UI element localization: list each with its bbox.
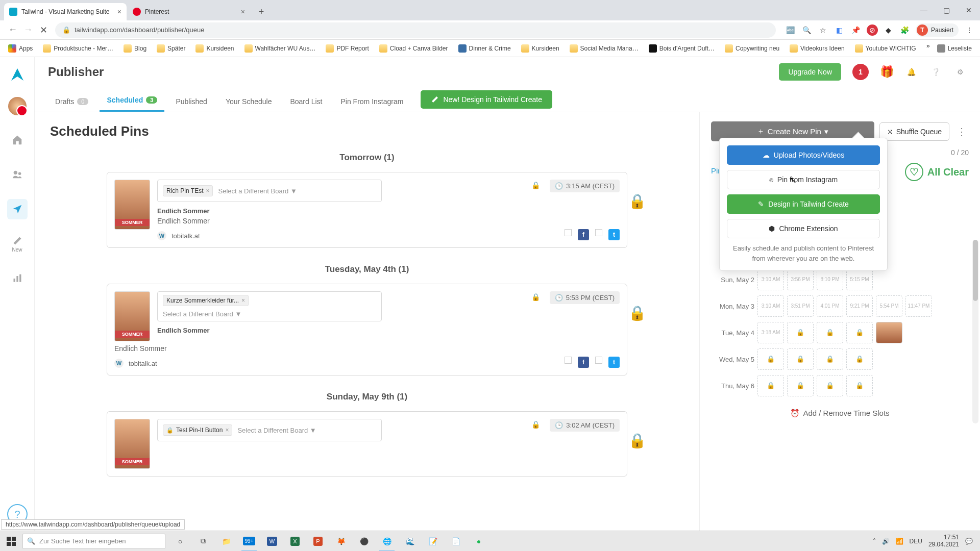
pin-thumbnail[interactable] — [114, 291, 150, 341]
excel-icon[interactable]: X — [284, 531, 306, 552]
word-icon[interactable]: W — [261, 531, 283, 552]
minimize-icon[interactable]: — — [913, 0, 935, 20]
board-chip[interactable]: Rich Pin TEst× — [163, 185, 213, 196]
close-icon[interactable]: × — [117, 8, 121, 16]
tab-pin-instagram[interactable]: Pin From Instagram — [334, 91, 411, 112]
time-slot-locked[interactable] — [817, 375, 843, 396]
board-chip[interactable]: Kurze Sommerkleider für...× — [163, 295, 249, 306]
time-slot[interactable]: 4:01 PM — [817, 295, 843, 317]
bookmark-item[interactable]: Cload + Canva Bilder — [376, 42, 451, 55]
app-icon[interactable]: 📄 — [445, 531, 467, 552]
facebook-icon[interactable]: f — [578, 229, 589, 240]
bookmark-item[interactable]: Blog — [120, 42, 150, 55]
time-slot[interactable]: 11:47 PM — [905, 295, 932, 317]
action-center-icon[interactable]: 💬 — [965, 538, 973, 545]
chrome-icon[interactable]: 🌐 — [376, 531, 398, 552]
file-explorer-icon[interactable]: 📁 — [215, 531, 237, 552]
forward-button[interactable]: → — [20, 22, 36, 38]
time-slot-locked[interactable] — [846, 375, 873, 396]
bookmark-item[interactable]: Dinner & Crime — [455, 42, 514, 55]
back-button[interactable]: ← — [5, 22, 20, 38]
time-slot[interactable]: 3:56 PM — [787, 269, 814, 290]
board-chip[interactable]: 🔒Test Pin-It Button× — [163, 424, 232, 436]
select-placeholder[interactable]: Select a Different Board ▼ — [218, 187, 297, 195]
time-slot-locked[interactable] — [846, 348, 873, 370]
profile-chip[interactable]: T Pausiert — [916, 23, 959, 37]
notepad-icon[interactable]: 📝 — [422, 531, 444, 552]
design-create-button[interactable]: ✎ Design in Tailwind Create — [727, 194, 880, 214]
insights-icon[interactable] — [7, 268, 28, 289]
obs-icon[interactable]: ⚫ — [353, 531, 375, 552]
bookmark-item[interactable]: Kursideen — [192, 42, 237, 55]
upgrade-button[interactable]: Upgrade Now — [779, 63, 841, 81]
tab-your-schedule[interactable]: Your Schedule — [218, 91, 279, 112]
time-chip[interactable]: 🕒 5:53 PM (CEST) — [550, 291, 620, 304]
chrome-extension-button[interactable]: ⬢ Chrome Extension — [727, 219, 880, 238]
reload-button[interactable]: ✕ — [36, 22, 51, 38]
tab-published[interactable]: Published — [168, 91, 214, 112]
time-slot-locked[interactable] — [817, 322, 843, 343]
time-slot[interactable]: 3:10 AM — [757, 269, 784, 290]
tab-drafts[interactable]: Drafts0 — [48, 91, 95, 112]
pin-domain[interactable]: tobitalk.at — [129, 360, 157, 367]
pinterest-ext-icon[interactable]: 📌 — [850, 24, 862, 36]
account-avatar[interactable] — [8, 97, 27, 115]
gift-icon[interactable]: 🎁 — [880, 65, 893, 79]
time-slot[interactable]: 9:21 PM — [846, 295, 873, 317]
new-tab-button[interactable]: + — [254, 5, 268, 19]
maximize-icon[interactable]: ▢ — [935, 0, 958, 20]
select-placeholder[interactable]: Select a Different Board ▼ — [237, 427, 316, 434]
close-window-icon[interactable]: ✕ — [958, 0, 980, 20]
time-chip[interactable]: 🕒 3:02 AM (CEST) — [550, 419, 620, 432]
time-slot-locked[interactable] — [787, 348, 814, 370]
time-slot-locked[interactable] — [757, 375, 784, 396]
time-slot[interactable]: 3:18 AM — [757, 322, 784, 343]
pin-thumbnail[interactable] — [114, 419, 150, 469]
home-icon[interactable] — [7, 130, 28, 150]
spotify-icon[interactable]: ● — [468, 531, 489, 552]
menu-icon[interactable]: ⋮ — [964, 24, 975, 36]
clock[interactable]: 17:5129.04.2021 — [928, 534, 959, 548]
remove-icon[interactable]: × — [241, 297, 245, 304]
bookmark-item[interactable]: Social Media Mana… — [567, 42, 642, 55]
scrollbar[interactable] — [972, 240, 978, 423]
help-icon[interactable]: ❔ — [929, 65, 942, 79]
select-placeholder[interactable]: Select a Different Board ▼ — [163, 310, 241, 318]
board-selector[interactable]: 🔒Test Pin-It Button× Select a Different … — [157, 419, 382, 441]
time-slot[interactable]: 3:10 AM — [757, 295, 784, 317]
close-icon[interactable]: × — [241, 8, 245, 16]
bookmark-item[interactable]: PDF Report — [323, 42, 372, 55]
bookmark-item[interactable]: Bois d'Argent Duft… — [646, 42, 718, 55]
pin-from-instagram-button[interactable]: ⌾ Pin from Instagram — [727, 170, 880, 189]
facebook-icon[interactable]: f — [578, 357, 589, 368]
mail-icon[interactable]: 99+ — [238, 531, 260, 552]
bookmark-item[interactable]: Videokurs Ideen — [787, 42, 848, 55]
twitter-icon[interactable]: t — [608, 229, 620, 240]
time-slot-filled[interactable] — [876, 322, 902, 343]
extension-icon[interactable]: ◧ — [834, 24, 845, 36]
notification-badge[interactable]: 1 — [852, 64, 869, 80]
time-slot-locked[interactable] — [787, 322, 814, 343]
taskbar-search[interactable]: 🔍Zur Suche Text hier eingeben — [22, 534, 165, 549]
powerpoint-icon[interactable]: P — [307, 531, 329, 552]
tab-board-list[interactable]: Board List — [283, 91, 329, 112]
board-selector[interactable]: Rich Pin TEst× Select a Different Board … — [157, 180, 382, 202]
time-slot[interactable]: 8:10 PM — [817, 269, 843, 290]
time-slot-locked[interactable] — [817, 348, 843, 370]
bookmark-item[interactable]: Copywriting neu — [722, 42, 782, 55]
twitter-icon[interactable]: t — [608, 357, 620, 368]
tab-scheduled[interactable]: Scheduled3 — [100, 90, 164, 112]
volume-icon[interactable]: 🔊 — [882, 538, 890, 545]
publisher-icon[interactable] — [7, 199, 28, 219]
bookmark-item[interactable]: Kursideen — [518, 42, 562, 55]
twitter-checkbox[interactable] — [595, 229, 602, 236]
time-slot[interactable]: 3:51 PM — [787, 295, 814, 317]
wifi-icon[interactable]: 📶 — [896, 538, 903, 545]
zoom-icon[interactable]: 🔍 — [801, 24, 813, 36]
more-icon[interactable]: ⋮ — [954, 126, 969, 138]
shuffle-button[interactable]: ⤭ Shuffle Queue — [879, 122, 949, 141]
bookmark-item[interactable]: Youtube WICHTIG — [852, 42, 919, 55]
communities-icon[interactable] — [7, 164, 28, 185]
tailwind-logo[interactable] — [9, 66, 26, 83]
bookmark-item[interactable]: Später — [154, 42, 188, 55]
